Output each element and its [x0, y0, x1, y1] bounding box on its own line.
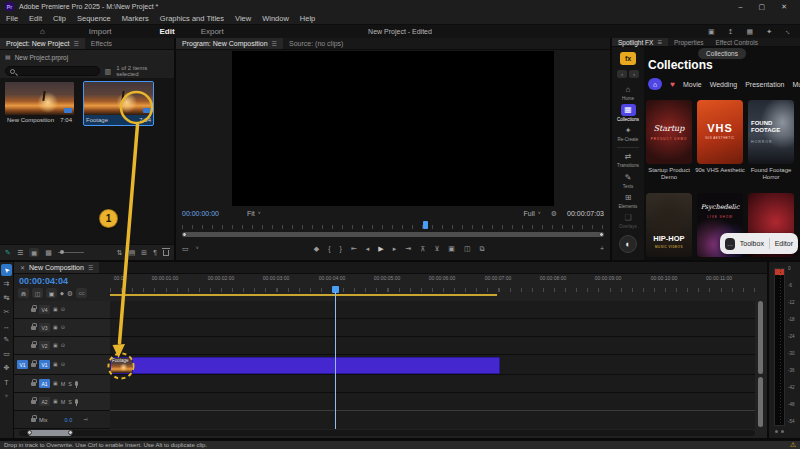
mute-button[interactable]: M: [61, 399, 66, 405]
rectangle-tool[interactable]: ▭: [1, 348, 12, 360]
button-editor-plus-icon[interactable]: +: [600, 245, 604, 252]
bin-item-footage[interactable]: Footage 7:04: [83, 81, 154, 126]
chip-wedding[interactable]: Wedding: [710, 81, 738, 88]
timeline-timecode[interactable]: 00:00:04:04: [19, 276, 68, 286]
lock-icon[interactable]: [31, 308, 36, 312]
add-marker-icon[interactable]: ◆: [314, 245, 319, 252]
list-view-icon[interactable]: ☰: [17, 249, 23, 256]
collection-card-found-footage[interactable]: FOUND FOOTAGE HORROR: [748, 100, 794, 164]
monitor-scrollbar[interactable]: [182, 232, 604, 237]
sync-lock-icon[interactable]: ▣: [53, 325, 58, 330]
track-header-v3[interactable]: V3 ▣ ⊙: [14, 319, 110, 337]
fx-nav-home[interactable]: ⌂ Home: [612, 85, 644, 101]
time-ruler[interactable]: 00:00 00:00:01:00 00:00:02:00 00:00:03:0…: [110, 275, 755, 297]
sync-lock-icon[interactable]: ▣: [53, 362, 58, 367]
menu-markers[interactable]: Markers: [122, 14, 149, 23]
track-name[interactable]: V4: [39, 305, 50, 314]
sync-lock-icon[interactable]: ▣: [53, 381, 58, 386]
fx-nav-overlays[interactable]: ❏ Overlays: [612, 213, 644, 229]
tab-effects[interactable]: Effects: [85, 38, 118, 49]
timeline-zoom-scrollbar[interactable]: [19, 430, 755, 436]
maximize-button[interactable]: ▢: [759, 3, 766, 11]
audio-meter[interactable]: [774, 268, 785, 426]
captions-icon[interactable]: CC: [76, 288, 87, 298]
hand-tool[interactable]: ✥: [1, 362, 12, 374]
new-bin-icon[interactable]: ⊞: [141, 249, 147, 256]
export-frame-icon[interactable]: ▣: [448, 245, 455, 252]
chip-music[interactable]: Music: [793, 81, 800, 88]
track-lanes[interactable]: Footage: [110, 301, 755, 429]
sync-lock-icon[interactable]: ▣: [53, 343, 58, 348]
lock-icon[interactable]: [31, 382, 36, 386]
mix-volume-value[interactable]: 0.0: [65, 417, 73, 423]
playhead-line[interactable]: [335, 292, 336, 429]
snap-magnet-icon[interactable]: ⋒: [18, 288, 29, 298]
track-output-eye-icon[interactable]: ⊙: [61, 362, 65, 367]
search-input[interactable]: [5, 66, 100, 76]
voiceover-mic-icon[interactable]: [75, 399, 78, 404]
close-tab-icon[interactable]: ✕: [20, 265, 25, 271]
fx-nav-transitions[interactable]: ⇄ Transitions: [612, 152, 644, 168]
toolbox-button[interactable]: Toolbox: [740, 240, 764, 247]
menu-view[interactable]: View: [235, 14, 251, 23]
breadcrumb[interactable]: New Project.prproj: [15, 54, 68, 61]
track-name[interactable]: A1: [39, 379, 50, 388]
track-header-v2[interactable]: V2 ▣ ⊙: [14, 337, 110, 355]
selection-tool[interactable]: ➤: [1, 264, 12, 276]
settings-wrench-icon[interactable]: ⚙: [551, 210, 557, 217]
icon-view-icon[interactable]: ▦: [29, 248, 39, 257]
collection-card-vhs[interactable]: VHS 90S AESTHETIC: [697, 100, 743, 164]
chip-favorites-heart-icon[interactable]: ♥: [670, 80, 675, 89]
new-item-icon[interactable]: ¶: [153, 249, 157, 256]
mute-button[interactable]: M: [61, 381, 66, 387]
extract-icon[interactable]: ⊻: [434, 245, 439, 252]
panel-menu-icon[interactable]: ☰: [657, 40, 661, 45]
panel-menu-icon[interactable]: ☰: [272, 41, 277, 47]
nest-sequence-icon[interactable]: ▣: [46, 288, 57, 298]
ai-search-icon[interactable]: ✦: [766, 28, 772, 35]
menu-clip[interactable]: Clip: [53, 14, 66, 23]
chat-assistant-icon[interactable]: …: [725, 238, 735, 250]
timeline-settings-wrench-icon[interactable]: ⚙: [67, 290, 73, 297]
nav-import[interactable]: Import: [89, 27, 112, 36]
collection-card-startup[interactable]: Startup PRODUCT DEMO: [646, 100, 692, 164]
lock-icon[interactable]: [31, 400, 36, 404]
close-button[interactable]: ✕: [781, 3, 787, 11]
sort-icon[interactable]: ⇅: [117, 249, 123, 256]
safe-margins-icon[interactable]: ▭: [182, 245, 189, 252]
delete-icon[interactable]: [163, 250, 169, 256]
pen-tool[interactable]: ✎: [1, 334, 12, 346]
tab-properties[interactable]: Properties: [668, 38, 710, 46]
nav-edit[interactable]: Edit: [160, 27, 175, 36]
fx-nav-elements[interactable]: ⊞ Elements: [612, 193, 644, 209]
editor-button[interactable]: Editor: [775, 240, 793, 247]
work-area-bar[interactable]: [110, 294, 497, 296]
go-to-out-icon[interactable]: ⇥: [405, 245, 411, 252]
nav-export[interactable]: Export: [201, 27, 224, 36]
menu-help[interactable]: Help: [300, 14, 315, 23]
slip-tool[interactable]: ↔: [1, 320, 12, 332]
monitor-time-ruler[interactable]: [182, 221, 604, 230]
tab-spotlight-fx[interactable]: Spotlight FX ☰: [612, 38, 668, 46]
track-header-mix[interactable]: Mix 0.0 ⊣: [14, 411, 110, 429]
fx-nav-texts[interactable]: ✎ Texts: [612, 173, 644, 189]
zoom-slider[interactable]: [58, 252, 84, 253]
automate-sequence-icon[interactable]: ▤: [129, 249, 136, 256]
track-output-eye-icon[interactable]: ⊙: [61, 325, 65, 330]
chip-all-home[interactable]: ⌂: [648, 78, 662, 90]
track-header-v4[interactable]: V4 ▣ ⊙: [14, 301, 110, 319]
chevron-down-icon[interactable]: ˅: [196, 246, 199, 251]
warning-icon[interactable]: ⚠: [790, 441, 796, 449]
lift-icon[interactable]: ⊼: [420, 245, 425, 252]
track-output-eye-icon[interactable]: ⊙: [61, 343, 65, 348]
freeform-view-icon[interactable]: ▩: [45, 249, 52, 256]
fx-nav-collections[interactable]: ▦ Collections: [612, 104, 644, 122]
button-editor-settings-icon[interactable]: ⧉: [480, 245, 485, 252]
chip-movie[interactable]: Movie: [683, 81, 702, 88]
track-name[interactable]: A2: [39, 397, 50, 406]
timeline-clip-footage[interactable]: Footage: [110, 357, 500, 374]
go-to-in-icon[interactable]: ⇤: [351, 245, 357, 252]
type-tool[interactable]: T: [1, 376, 12, 388]
track-name[interactable]: V1: [39, 360, 50, 369]
video-tracks-scrollbar[interactable]: [758, 301, 763, 374]
